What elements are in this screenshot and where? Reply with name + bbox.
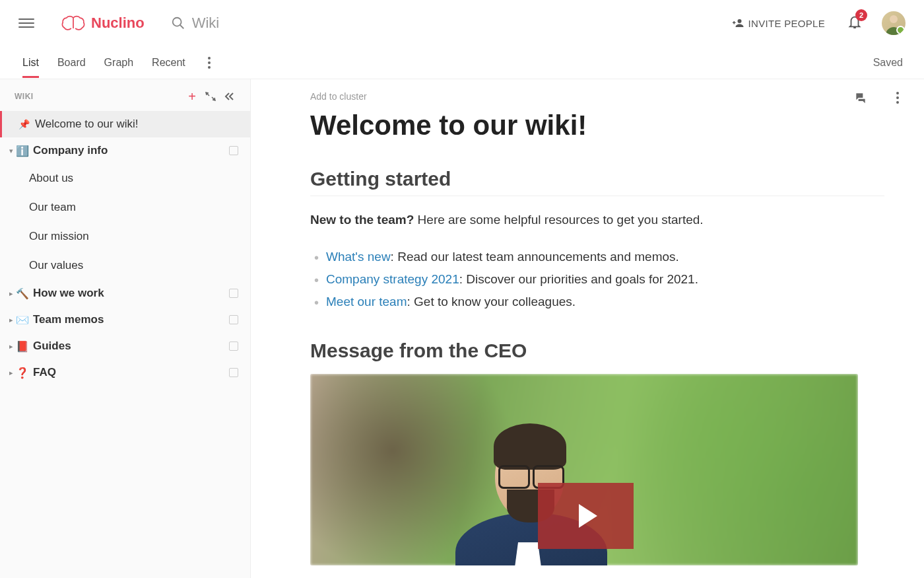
envelope-icon: ✉️: [16, 314, 29, 326]
svg-point-2: [737, 19, 741, 23]
add-to-cluster[interactable]: Add to cluster: [310, 91, 884, 102]
sidebar: WIKI + 📌 Welcome to our wiki! ▾ ℹ️ Compa…: [0, 79, 251, 578]
sidebar-item-company-info[interactable]: ▾ ℹ️ Company info: [0, 137, 250, 164]
menu-icon[interactable]: [18, 15, 34, 31]
view-tabs: List Board Graph Recent Saved: [0, 46, 924, 79]
item-checkbox[interactable]: [229, 289, 238, 298]
item-checkbox[interactable]: [229, 315, 238, 324]
page-title: Welcome to our wiki!: [310, 110, 884, 141]
add-page-icon[interactable]: +: [183, 87, 201, 106]
search-icon: [171, 16, 185, 30]
sidebar-item-team-memos[interactable]: ▸ ✉️ Team memos: [0, 307, 250, 333]
play-icon[interactable]: [538, 483, 634, 549]
sidebar-item-our-mission[interactable]: Our mission: [0, 222, 250, 251]
tabs-more-icon[interactable]: [201, 57, 217, 69]
sidebar-title: WIKI: [15, 92, 34, 101]
sidebar-item-faq[interactable]: ▸ ❓ FAQ: [0, 359, 250, 386]
chevron-down-icon: ▾: [7, 147, 16, 155]
topbar: Nuclino Wiki INVITE PEOPLE 2: [0, 0, 924, 46]
brand-name: Nuclino: [91, 15, 145, 32]
sidebar-item-guides[interactable]: ▸ 📕 Guides: [0, 333, 250, 359]
item-checkbox[interactable]: [229, 146, 238, 155]
add-person-icon: [733, 17, 744, 29]
save-status: Saved: [873, 57, 903, 69]
collapse-sidebar-icon[interactable]: [220, 87, 238, 106]
page-content: Add to cluster Welcome to our wiki! Gett…: [251, 79, 924, 578]
resource-list: What's new: Read our latest team announc…: [310, 246, 884, 314]
pin-icon: 📌: [18, 119, 30, 129]
tab-list[interactable]: List: [13, 48, 48, 78]
invite-people-button[interactable]: INVITE PEOPLE: [733, 17, 825, 29]
heading-ceo-message: Message from the CEO: [310, 340, 884, 362]
tab-graph[interactable]: Graph: [95, 48, 143, 78]
avatar[interactable]: [882, 11, 906, 35]
question-icon: ❓: [16, 367, 29, 379]
link-meet-team[interactable]: Meet our team: [326, 295, 407, 308]
list-item: What's new: Read our latest team announc…: [310, 246, 884, 268]
info-icon: ℹ️: [16, 145, 29, 157]
heading-getting-started: Getting started: [310, 168, 884, 196]
svg-line-1: [180, 25, 183, 29]
tab-recent[interactable]: Recent: [143, 48, 195, 78]
brain-icon: [61, 15, 86, 32]
brand-logo[interactable]: Nuclino: [61, 15, 145, 32]
sidebar-item-about-us[interactable]: About us: [0, 164, 250, 193]
item-checkbox[interactable]: [229, 368, 238, 377]
tab-board[interactable]: Board: [48, 48, 95, 78]
chevron-right-icon: ▸: [7, 342, 16, 351]
intro-paragraph: New to the team? Here are some helpful r…: [310, 211, 884, 230]
notification-badge: 2: [855, 9, 867, 21]
link-company-strategy[interactable]: Company strategy 2021: [326, 272, 459, 286]
page-more-icon[interactable]: [890, 92, 906, 104]
chevron-right-icon: ▸: [7, 316, 16, 324]
svg-point-0: [172, 18, 181, 26]
notifications-button[interactable]: 2: [847, 15, 862, 32]
sidebar-item-our-team[interactable]: Our team: [0, 193, 250, 222]
hammer-icon: 🔨: [16, 287, 29, 300]
list-item: Meet our team: Get to know your colleagu…: [310, 291, 884, 313]
search-label: Wiki: [192, 15, 220, 32]
sidebar-item-how-we-work[interactable]: ▸ 🔨 How we work: [0, 280, 250, 307]
expand-icon[interactable]: [201, 87, 220, 106]
ceo-video[interactable]: [310, 374, 858, 565]
link-whats-new[interactable]: What's new: [326, 250, 391, 264]
book-icon: 📕: [16, 340, 29, 353]
search-button[interactable]: Wiki: [171, 15, 220, 32]
chevron-right-icon: ▸: [7, 369, 16, 377]
list-item: Company strategy 2021: Discover our prio…: [310, 268, 884, 291]
chevron-right-icon: ▸: [7, 289, 16, 298]
sidebar-item-welcome[interactable]: 📌 Welcome to our wiki!: [0, 111, 250, 137]
comments-icon[interactable]: [854, 91, 867, 104]
sidebar-item-our-values[interactable]: Our values: [0, 251, 250, 280]
item-checkbox[interactable]: [229, 342, 238, 351]
